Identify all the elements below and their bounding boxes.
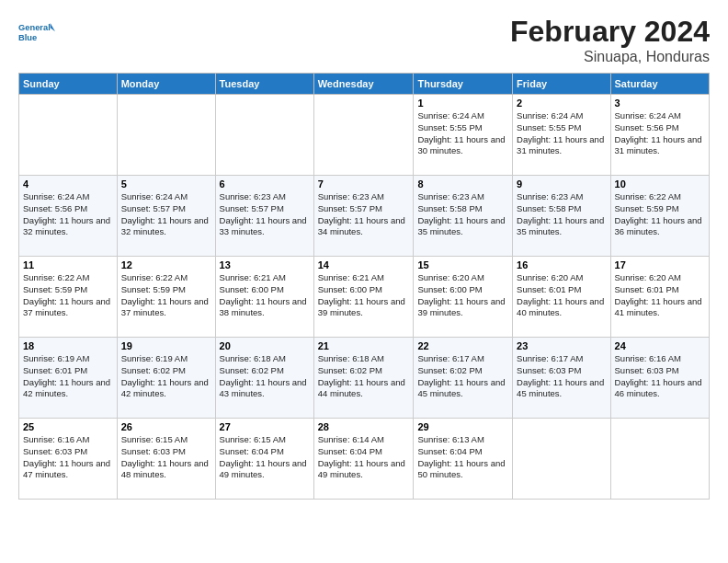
day-number: 9 [517,178,606,190]
calendar-week-row: 4Sunrise: 6:24 AM Sunset: 5:56 PM Daylig… [19,176,710,257]
day-number: 6 [220,178,310,190]
day-info: Sunrise: 6:24 AM Sunset: 5:55 PM Dayligh… [417,110,508,157]
calendar-cell: 11Sunrise: 6:22 AM Sunset: 5:59 PM Dayli… [19,257,118,338]
calendar-cell [513,419,610,500]
calendar-cell [215,95,313,176]
calendar-cell: 16Sunrise: 6:20 AM Sunset: 6:01 PM Dayli… [513,257,610,338]
calendar-cell: 4Sunrise: 6:24 AM Sunset: 5:56 PM Daylig… [19,176,118,257]
day-number: 17 [615,259,705,270]
calendar-cell: 13Sunrise: 6:21 AM Sunset: 6:00 PM Dayli… [215,257,313,338]
calendar-cell: 3Sunrise: 6:24 AM Sunset: 5:56 PM Daylig… [610,95,709,176]
calendar-cell [19,95,118,176]
day-number: 19 [121,340,211,351]
day-info: Sunrise: 6:18 AM Sunset: 6:02 PM Dayligh… [318,353,410,400]
weekday-header: Friday [513,74,610,95]
calendar-cell: 19Sunrise: 6:19 AM Sunset: 6:02 PM Dayli… [117,338,215,419]
day-info: Sunrise: 6:22 AM Sunset: 5:59 PM Dayligh… [121,272,211,319]
day-info: Sunrise: 6:22 AM Sunset: 5:59 PM Dayligh… [615,191,705,238]
calendar-week-row: 18Sunrise: 6:19 AM Sunset: 6:01 PM Dayli… [19,338,710,419]
calendar-cell: 14Sunrise: 6:21 AM Sunset: 6:00 PM Dayli… [313,257,414,338]
day-info: Sunrise: 6:23 AM Sunset: 5:58 PM Dayligh… [417,191,508,238]
calendar-cell: 29Sunrise: 6:13 AM Sunset: 6:04 PM Dayli… [414,419,513,500]
day-number: 22 [417,340,508,351]
calendar-cell: 17Sunrise: 6:20 AM Sunset: 6:01 PM Dayli… [610,257,709,338]
day-info: Sunrise: 6:24 AM Sunset: 5:57 PM Dayligh… [121,191,211,238]
title-block: February 2024 Sinuapa, Honduras [510,15,710,65]
calendar-cell: 22Sunrise: 6:17 AM Sunset: 6:02 PM Dayli… [414,338,513,419]
calendar-cell: 15Sunrise: 6:20 AM Sunset: 6:00 PM Dayli… [414,257,513,338]
day-number: 4 [23,178,113,190]
day-number: 29 [417,421,508,432]
day-info: Sunrise: 6:21 AM Sunset: 6:00 PM Dayligh… [318,272,410,319]
day-number: 1 [417,98,508,109]
calendar-cell [610,419,709,500]
calendar-cell: 7Sunrise: 6:23 AM Sunset: 5:57 PM Daylig… [313,176,414,257]
calendar-cell: 23Sunrise: 6:17 AM Sunset: 6:03 PM Dayli… [513,338,610,419]
weekday-header: Wednesday [313,74,414,95]
day-info: Sunrise: 6:15 AM Sunset: 6:03 PM Dayligh… [121,434,211,481]
calendar-cell: 24Sunrise: 6:16 AM Sunset: 6:03 PM Dayli… [610,338,709,419]
header: General Blue February 2024 Sinuapa, Hond… [18,15,710,65]
weekday-header: Monday [117,74,215,95]
day-info: Sunrise: 6:24 AM Sunset: 5:56 PM Dayligh… [23,191,113,238]
calendar-cell: 21Sunrise: 6:18 AM Sunset: 6:02 PM Dayli… [313,338,414,419]
day-info: Sunrise: 6:24 AM Sunset: 5:56 PM Dayligh… [615,110,705,157]
day-info: Sunrise: 6:23 AM Sunset: 5:58 PM Dayligh… [517,191,606,238]
day-number: 12 [121,259,211,270]
day-info: Sunrise: 6:23 AM Sunset: 5:57 PM Dayligh… [220,191,310,238]
calendar-cell: 12Sunrise: 6:22 AM Sunset: 5:59 PM Dayli… [117,257,215,338]
day-number: 10 [615,178,705,190]
calendar-cell: 26Sunrise: 6:15 AM Sunset: 6:03 PM Dayli… [117,419,215,500]
day-info: Sunrise: 6:14 AM Sunset: 6:04 PM Dayligh… [318,434,410,481]
svg-text:General: General [18,23,51,32]
day-number: 16 [517,259,606,270]
day-info: Sunrise: 6:17 AM Sunset: 6:03 PM Dayligh… [517,353,606,400]
calendar-cell [313,95,414,176]
day-number: 23 [517,340,606,351]
day-number: 14 [318,259,410,270]
day-info: Sunrise: 6:19 AM Sunset: 6:02 PM Dayligh… [121,353,211,400]
page: General Blue February 2024 Sinuapa, Hond… [0,0,728,509]
day-info: Sunrise: 6:13 AM Sunset: 6:04 PM Dayligh… [417,434,508,481]
calendar-body: 1Sunrise: 6:24 AM Sunset: 5:55 PM Daylig… [19,95,710,500]
calendar-cell: 28Sunrise: 6:14 AM Sunset: 6:04 PM Dayli… [313,419,414,500]
logo-svg: General Blue [18,15,55,50]
weekday-header: Thursday [414,74,513,95]
day-info: Sunrise: 6:19 AM Sunset: 6:01 PM Dayligh… [23,353,113,400]
calendar-week-row: 1Sunrise: 6:24 AM Sunset: 5:55 PM Daylig… [19,95,710,176]
day-number: 25 [23,421,113,432]
day-number: 26 [121,421,211,432]
day-number: 2 [517,98,606,109]
day-number: 13 [220,259,310,270]
calendar-cell: 1Sunrise: 6:24 AM Sunset: 5:55 PM Daylig… [414,95,513,176]
logo: General Blue [18,15,55,50]
day-info: Sunrise: 6:22 AM Sunset: 5:59 PM Dayligh… [23,272,113,319]
weekday-header: Sunday [19,74,118,95]
day-number: 5 [121,178,211,190]
day-number: 28 [318,421,410,432]
day-number: 8 [417,178,508,190]
day-number: 27 [220,421,310,432]
calendar-table: SundayMondayTuesdayWednesdayThursdayFrid… [18,73,710,500]
calendar-cell: 10Sunrise: 6:22 AM Sunset: 5:59 PM Dayli… [610,176,709,257]
calendar-cell: 2Sunrise: 6:24 AM Sunset: 5:55 PM Daylig… [513,95,610,176]
calendar-cell [117,95,215,176]
day-info: Sunrise: 6:21 AM Sunset: 6:00 PM Dayligh… [220,272,310,319]
day-number: 18 [23,340,113,351]
day-info: Sunrise: 6:23 AM Sunset: 5:57 PM Dayligh… [318,191,410,238]
calendar-cell: 6Sunrise: 6:23 AM Sunset: 5:57 PM Daylig… [215,176,313,257]
weekday-header: Tuesday [215,74,313,95]
day-info: Sunrise: 6:18 AM Sunset: 6:02 PM Dayligh… [220,353,310,400]
calendar-week-row: 25Sunrise: 6:16 AM Sunset: 6:03 PM Dayli… [19,419,710,500]
day-info: Sunrise: 6:20 AM Sunset: 6:01 PM Dayligh… [517,272,606,319]
calendar-cell: 9Sunrise: 6:23 AM Sunset: 5:58 PM Daylig… [513,176,610,257]
day-info: Sunrise: 6:17 AM Sunset: 6:02 PM Dayligh… [417,353,508,400]
day-number: 15 [417,259,508,270]
day-number: 7 [318,178,410,190]
svg-marker-2 [51,23,55,31]
day-number: 24 [615,340,705,351]
weekday-header: Saturday [610,74,709,95]
svg-text:Blue: Blue [18,33,37,42]
day-info: Sunrise: 6:20 AM Sunset: 6:00 PM Dayligh… [417,272,508,319]
calendar-cell: 20Sunrise: 6:18 AM Sunset: 6:02 PM Dayli… [215,338,313,419]
